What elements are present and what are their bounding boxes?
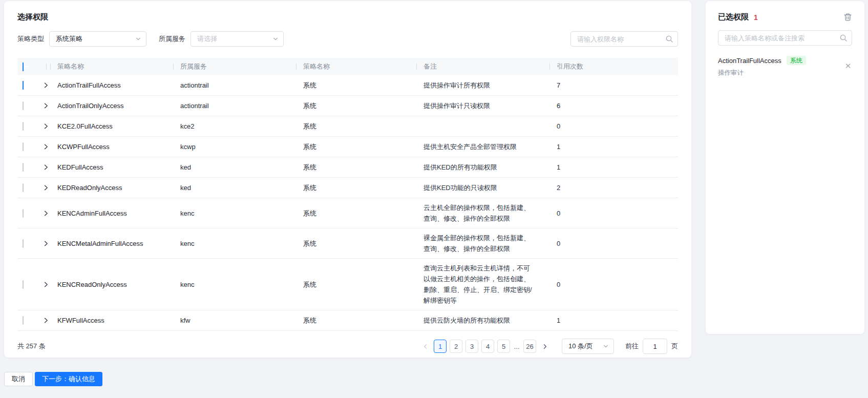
- goto-suffix: 页: [671, 342, 678, 351]
- page-number-button[interactable]: 1: [434, 340, 447, 353]
- row-checkbox[interactable]: [23, 239, 24, 248]
- remark-cell: 查询云主机列表和云主机详情，不可以做云主机相关的操作，包括创建、删除、重启、停止…: [424, 263, 557, 306]
- permission-search: [570, 31, 678, 47]
- column-header-ref-count: 引用次数: [557, 62, 678, 71]
- remark-cell: 提供主机安全产品全部管理权限: [424, 141, 557, 152]
- total-count: 共 257 条: [17, 342, 46, 351]
- chevron-right-icon[interactable]: [43, 280, 51, 288]
- table-row: KEDReadOnlyAccess ked 系统 提供KED功能的只读权限 2: [17, 178, 678, 198]
- policy-type-cell: 系统: [303, 315, 424, 326]
- policy-type-cell: 系统: [303, 208, 424, 219]
- page-number-button[interactable]: 4: [481, 340, 494, 353]
- policy-table-body: ActionTrailFullAccess actiontrail 系统 提供操…: [17, 75, 678, 331]
- ref-count-cell: 0: [557, 238, 678, 249]
- row-expand-cell: [43, 81, 57, 90]
- column-header-remark: 备注: [424, 62, 557, 71]
- policy-type-cell: 系统: [303, 182, 424, 193]
- close-icon[interactable]: ✕: [844, 62, 852, 70]
- row-select-cell: [23, 210, 43, 217]
- row-checkbox[interactable]: [23, 183, 24, 192]
- row-checkbox[interactable]: [23, 142, 24, 151]
- page-number-button[interactable]: 3: [465, 340, 478, 353]
- trash-icon[interactable]: [843, 13, 852, 22]
- row-select-cell: [23, 317, 43, 324]
- remark-cell: 云主机全部的操作权限，包括新建、查询、修改、操作的全部权限: [424, 202, 557, 224]
- page-number-button[interactable]: 2: [450, 340, 462, 353]
- policy-name-cell: KCE2.0FullAccess: [57, 121, 180, 132]
- ref-count-cell: 0: [557, 279, 678, 290]
- service-cell: kcwp: [180, 141, 303, 152]
- ref-count-cell: 0: [557, 208, 678, 219]
- table-row: KEDFullAccess ked 系统 提供KED的所有功能权限 1: [17, 157, 678, 178]
- policy-type-label: 策略类型: [17, 34, 44, 44]
- chevron-down-icon: [273, 36, 278, 41]
- selected-panel-title: 已选权限: [718, 12, 749, 22]
- table-row: ActionTrailFullAccess actiontrail 系统 提供操…: [17, 75, 678, 96]
- page-list: 1 2 3 4 5 ... 26 10 条/页 前往 页: [419, 339, 678, 354]
- next-page-button[interactable]: [539, 340, 551, 353]
- row-expand-cell: [43, 239, 57, 247]
- remark-cell: 提供操作审计所有权限: [424, 80, 557, 91]
- select-permission-panel: 选择权限 策略类型 系统策略 所属服务 请选择 策略名称 所属服务 策略名称 备…: [4, 1, 691, 358]
- page-number-button[interactable]: 5: [497, 340, 510, 353]
- service-select[interactable]: 请选择: [190, 31, 284, 47]
- row-checkbox[interactable]: [23, 163, 24, 172]
- policy-type-cell: 系统: [303, 141, 424, 152]
- row-select-cell: [23, 122, 43, 130]
- remark-cell: 提供操作审计只读权限: [424, 100, 557, 111]
- chevron-right-icon[interactable]: [43, 102, 51, 110]
- chevron-right-icon[interactable]: [43, 143, 51, 151]
- policy-name-cell: KENCMetalAdminFullAccess: [57, 238, 180, 249]
- chevron-right-icon[interactable]: [43, 81, 51, 90]
- chevron-right-icon[interactable]: [43, 184, 51, 192]
- policy-type-select[interactable]: 系统策略: [49, 31, 146, 47]
- policy-name-cell: ActionTrailFullAccess: [57, 80, 180, 91]
- row-checkbox[interactable]: [23, 101, 24, 110]
- service-cell: kce2: [180, 121, 303, 132]
- goto-page-input[interactable]: [643, 339, 667, 354]
- selected-item-main: ActionTrailFullAccess 系统: [718, 56, 840, 65]
- row-expand-cell: [43, 163, 57, 172]
- remark-cell: 提供KED功能的只读权限: [424, 182, 557, 193]
- selected-item-name: ActionTrailFullAccess: [718, 57, 781, 65]
- row-expand-cell: [43, 209, 57, 217]
- column-header-service: 所属服务: [180, 62, 303, 71]
- policy-type-cell: 系统: [303, 279, 424, 290]
- chevron-right-icon[interactable]: [43, 209, 51, 217]
- table-row: ActionTrailOnlyAccess actiontrail 系统 提供操…: [17, 96, 678, 116]
- table-row: KENCReadOnlyAccess kenc 系统 查询云主机列表和云主机详情…: [17, 259, 678, 310]
- row-checkbox[interactable]: [23, 316, 24, 325]
- prev-page-button[interactable]: [419, 340, 431, 353]
- ref-count-cell: 1: [557, 162, 678, 173]
- selected-item-description: 操作审计: [718, 69, 840, 77]
- select-all-checkbox[interactable]: [23, 62, 24, 71]
- search-icon[interactable]: [839, 34, 848, 42]
- row-checkbox[interactable]: [23, 280, 24, 289]
- chevron-down-icon: [136, 36, 141, 41]
- row-select-cell: [23, 102, 43, 110]
- chevron-right-icon[interactable]: [43, 317, 51, 325]
- row-checkbox[interactable]: [23, 209, 24, 218]
- next-step-button[interactable]: 下一步：确认信息: [35, 372, 102, 386]
- ref-count-cell: 2: [557, 182, 678, 193]
- selected-count-badge: 1: [754, 13, 758, 22]
- policy-type-cell: 系统: [303, 121, 424, 132]
- policy-name-cell: KCWPFullAccess: [57, 141, 180, 152]
- cancel-button[interactable]: 取消: [4, 372, 33, 386]
- table-row: KFWFullAccess kfw 系统 提供云防火墙的所有功能权限 1: [17, 310, 678, 331]
- chevron-right-icon[interactable]: [43, 122, 51, 131]
- chevron-right-icon[interactable]: [43, 163, 51, 172]
- permission-search-input[interactable]: [570, 31, 678, 47]
- page-size-value: 10 条/页: [568, 342, 593, 351]
- policy-type-cell: 系统: [303, 80, 424, 91]
- service-label: 所属服务: [159, 34, 185, 44]
- row-checkbox[interactable]: [23, 81, 24, 90]
- service-cell: kenc: [180, 279, 303, 290]
- selected-search-input[interactable]: [718, 30, 852, 46]
- search-icon[interactable]: [665, 35, 673, 43]
- row-checkbox[interactable]: [23, 122, 24, 131]
- goto-page: 前往 页: [625, 339, 678, 354]
- chevron-right-icon[interactable]: [43, 239, 51, 247]
- page-number-button[interactable]: 26: [523, 340, 536, 353]
- page-size-select[interactable]: 10 条/页: [562, 339, 614, 354]
